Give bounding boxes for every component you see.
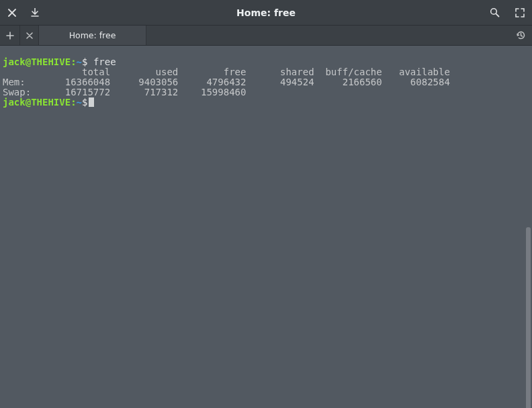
cursor — [89, 97, 94, 107]
titlebar: Home: free — [0, 0, 532, 26]
download-icon[interactable] — [30, 7, 40, 18]
free-swap-row: Swap: 16715772 717312 15998460 — [3, 87, 246, 97]
command-text: free — [93, 56, 116, 67]
free-mem-row: Mem: 16366048 9403056 4796432 494524 216… — [3, 77, 450, 87]
history-icon[interactable] — [509, 26, 532, 45]
tab-label: Home: free — [69, 30, 116, 40]
tabbar-spacer — [146, 26, 509, 45]
prompt-path: ~ — [77, 56, 82, 67]
scrollbar[interactable] — [526, 227, 531, 408]
tab-active[interactable]: Home: free — [39, 26, 146, 45]
scrollbar-thumb[interactable] — [526, 227, 531, 408]
titlebar-right-controls — [489, 7, 525, 18]
prompt-host: THEHIVE — [31, 56, 71, 67]
prompt-user: jack — [3, 56, 26, 67]
terminal-window: Home: free Home: free jack@THEHIVE:~$ fr… — [0, 0, 532, 408]
search-icon[interactable] — [489, 7, 500, 18]
tabbar: Home: free — [0, 26, 532, 46]
free-header-row: total used free shared buff/cache availa… — [3, 67, 450, 77]
new-tab-button[interactable] — [0, 26, 20, 45]
window-title: Home: free — [0, 7, 532, 18]
titlebar-left-controls — [7, 7, 40, 18]
close-icon[interactable] — [7, 7, 17, 18]
fullscreen-icon[interactable] — [515, 7, 525, 18]
prompt-line-2: jack@THEHIVE:~$ — [3, 97, 94, 108]
terminal-viewport[interactable]: jack@THEHIVE:~$ free total used free sha… — [0, 46, 532, 408]
close-tab-button[interactable] — [20, 26, 39, 45]
prompt-line-1: jack@THEHIVE:~$ free — [3, 56, 116, 67]
